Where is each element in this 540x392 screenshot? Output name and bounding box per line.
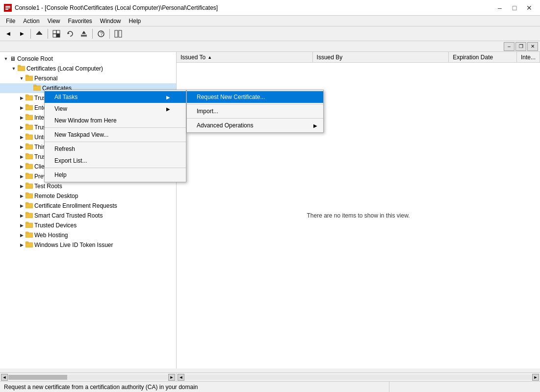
menu-window[interactable]: Window bbox=[96, 16, 125, 26]
menu-favorites[interactable]: Favorites bbox=[64, 16, 96, 26]
svg-rect-30 bbox=[26, 125, 33, 130]
mdi-restore[interactable]: ❐ bbox=[515, 42, 526, 51]
tree-label-windows-live: Windows Live ID Token Issuer bbox=[34, 242, 113, 248]
svg-rect-11 bbox=[81, 35, 87, 36]
monitor-icon: 🖥 bbox=[10, 55, 16, 62]
tree-label-remote-desktop: Remote Desktop bbox=[34, 193, 78, 199]
ctx-view[interactable]: View ▶ bbox=[45, 103, 186, 115]
sub-context-menu[interactable]: Request New Certificate... Import... Adv… bbox=[186, 90, 324, 133]
svg-rect-37 bbox=[26, 153, 28, 155]
menu-help[interactable]: Help bbox=[125, 16, 145, 26]
toolbar-export[interactable] bbox=[77, 28, 90, 40]
mdi-close[interactable]: ✕ bbox=[527, 42, 538, 51]
mdi-minimize[interactable]: – bbox=[504, 42, 514, 51]
tree-item-remote-desktop[interactable]: ▶ Remote Desktop bbox=[0, 191, 176, 201]
svg-rect-16 bbox=[115, 30, 118, 37]
status-text: Request a new certificate from a certifi… bbox=[4, 384, 389, 391]
tree-item-test-roots[interactable]: ▶ Test Roots bbox=[0, 181, 176, 191]
ctx-new-window[interactable]: New Window from Here bbox=[45, 115, 186, 126]
status-right bbox=[389, 382, 536, 392]
context-menu[interactable]: All Tasks ▶ View ▶ New Window from Here … bbox=[44, 90, 186, 182]
sort-arrow-up: ▲ bbox=[207, 55, 212, 60]
tree-item-console-root[interactable]: ▼ 🖥 Console Root bbox=[0, 54, 176, 64]
svg-rect-21 bbox=[26, 75, 28, 76]
tree-h-scrollthumb[interactable] bbox=[8, 375, 67, 380]
right-scroll-right-btn[interactable]: ► bbox=[532, 374, 539, 381]
mdi-toolbar: – ❐ ✕ bbox=[0, 41, 540, 52]
toolbar-columns[interactable] bbox=[112, 28, 125, 40]
folder-icon-trusted-root bbox=[26, 94, 33, 102]
tree-label-personal: Personal bbox=[34, 75, 57, 82]
svg-rect-54 bbox=[26, 243, 33, 247]
right-h-scroll[interactable]: ◄ ► bbox=[177, 373, 540, 381]
ctx-refresh[interactable]: Refresh bbox=[45, 143, 186, 155]
maximize-button[interactable]: □ bbox=[508, 2, 521, 14]
col-intended[interactable]: Inte... bbox=[517, 52, 540, 62]
menu-bar: File Action View Favorites Window Help bbox=[0, 16, 540, 26]
ctx-new-taskpad[interactable]: New Taskpad View... bbox=[45, 129, 186, 141]
sub-ctx-import[interactable]: Import... bbox=[187, 105, 323, 117]
tree-item-trusted-devices[interactable]: ▶ Trusted Devices bbox=[0, 220, 176, 230]
sub-ctx-advanced[interactable]: Advanced Operations ▶ bbox=[187, 120, 323, 131]
svg-rect-8 bbox=[53, 34, 56, 37]
svg-text:?: ? bbox=[100, 31, 103, 37]
expand-trusted-people: ▶ bbox=[18, 153, 26, 161]
svg-rect-47 bbox=[26, 202, 28, 204]
right-scroll-left-btn[interactable]: ◄ bbox=[178, 374, 184, 381]
toolbar-show-hide[interactable] bbox=[50, 28, 63, 40]
ctx-help[interactable]: Help bbox=[45, 169, 186, 181]
svg-rect-17 bbox=[119, 30, 122, 37]
tree-item-web-hosting[interactable]: ▶ Web Hosting bbox=[0, 230, 176, 240]
tree-item-cert-enrollment[interactable]: ▶ Certificate Enrollment Requests bbox=[0, 201, 176, 211]
folder-icon-certs bbox=[18, 65, 25, 73]
menu-view[interactable]: View bbox=[44, 16, 64, 26]
ctx-sep-3 bbox=[45, 168, 186, 168]
folder-icon-intermediate bbox=[26, 114, 33, 122]
status-message: Request a new certificate from a certifi… bbox=[4, 384, 198, 391]
close-button[interactable]: ✕ bbox=[522, 2, 536, 14]
col-expiration[interactable]: Expiration Date bbox=[449, 52, 517, 62]
menu-file[interactable]: File bbox=[2, 16, 19, 26]
ctx-all-tasks[interactable]: All Tasks ▶ bbox=[45, 91, 186, 103]
toolbar-forward[interactable]: ► bbox=[16, 28, 28, 40]
svg-rect-22 bbox=[33, 86, 41, 91]
toolbar-refresh[interactable] bbox=[64, 28, 77, 40]
col-issued-to[interactable]: Issued To ▲ bbox=[177, 52, 313, 62]
tree-item-certs-local[interactable]: ▼ Certificates (Local Computer) bbox=[0, 64, 176, 74]
svg-rect-32 bbox=[26, 135, 33, 140]
expand-trusted-publi: ▶ bbox=[18, 123, 26, 131]
status-bar: Request a new certificate from a certifi… bbox=[0, 381, 540, 392]
svg-rect-26 bbox=[26, 105, 33, 110]
menu-action[interactable]: Action bbox=[19, 16, 43, 26]
toolbar-back[interactable]: ◄ bbox=[2, 28, 15, 40]
svg-rect-40 bbox=[26, 174, 33, 179]
svg-marker-10 bbox=[68, 32, 70, 34]
tree-scroll-right-btn[interactable]: ► bbox=[168, 374, 175, 381]
ctx-arrow-view: ▶ bbox=[166, 106, 170, 112]
svg-rect-6 bbox=[53, 30, 56, 34]
folder-icon-test-roots bbox=[26, 182, 33, 190]
folder-icon-personal bbox=[26, 74, 33, 82]
empty-message: There are no items to show in this view. bbox=[307, 212, 410, 219]
tree-item-windows-live[interactable]: ▶ Windows Live ID Token Issuer bbox=[0, 240, 176, 250]
col-issued-by[interactable]: Issued By bbox=[313, 52, 449, 62]
ctx-export-list[interactable]: Export List... bbox=[45, 155, 186, 167]
tree-item-personal[interactable]: ▼ Personal bbox=[0, 74, 176, 83]
svg-rect-50 bbox=[26, 223, 33, 228]
tree-h-scroll[interactable]: ◄ ► bbox=[0, 373, 177, 381]
tree-item-smart-card[interactable]: ▶ Smart Card Trusted Roots bbox=[0, 211, 176, 220]
tree-scroll-left-btn[interactable]: ◄ bbox=[1, 374, 8, 381]
expand-icon: ▼ bbox=[2, 55, 10, 63]
sub-ctx-arrow-advanced: ▶ bbox=[313, 123, 317, 128]
svg-rect-34 bbox=[26, 145, 33, 149]
sub-ctx-request-new[interactable]: Request New Certificate... bbox=[187, 91, 323, 103]
expand-windows-live: ▶ bbox=[18, 241, 26, 249]
minimize-button[interactable]: – bbox=[493, 2, 507, 14]
expand-personal: ▼ bbox=[18, 74, 26, 82]
svg-rect-48 bbox=[26, 213, 33, 218]
svg-rect-31 bbox=[26, 124, 28, 125]
svg-rect-25 bbox=[26, 95, 28, 96]
right-h-scrolltrack bbox=[185, 375, 532, 380]
toolbar-help[interactable]: ? bbox=[95, 28, 107, 40]
toolbar-up[interactable] bbox=[33, 28, 46, 40]
